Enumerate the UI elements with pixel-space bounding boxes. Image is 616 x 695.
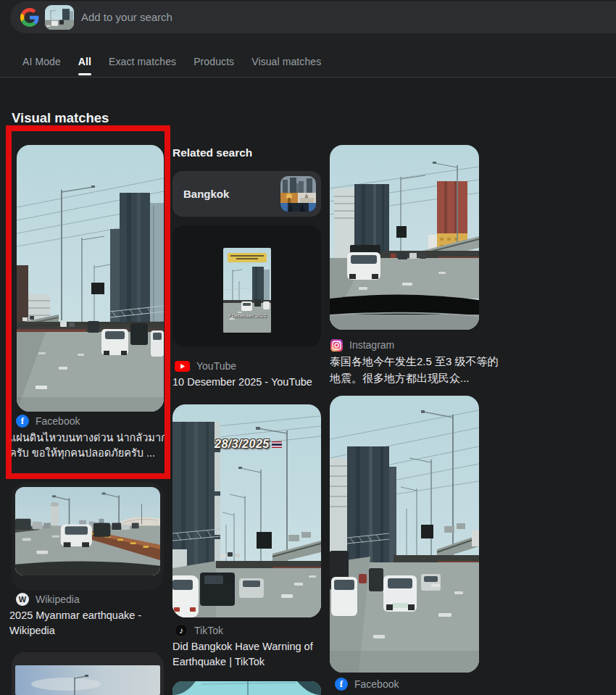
query-image-thumbnail[interactable]: [45, 5, 74, 30]
source-label: YouTube: [196, 360, 236, 372]
tab-exact-matches[interactable]: Exact matches: [109, 54, 176, 70]
google-lens-results-page: Add to your search AI Mode All Exact mat…: [0, 0, 616, 695]
tab-bar: AI Mode All Exact matches Products Visua…: [22, 54, 321, 70]
tiktok-overlay-date: 28/3/2025: [215, 438, 282, 451]
section-heading: Visual matches: [12, 110, 109, 126]
search-bar[interactable]: Add to your search: [10, 1, 616, 33]
result-title-wikipedia[interactable]: 2025 Myanmar earthquake - Wikipedia: [9, 608, 163, 638]
result-image-instagram[interactable]: [330, 145, 479, 330]
source-label: Instagram: [349, 339, 394, 351]
result-image-youtube[interactable]: 8 December, 2025: [223, 248, 271, 333]
bangkok-collage-thumbnail: [280, 176, 316, 212]
facebook-icon: f: [335, 678, 348, 691]
result-image-wikipedia[interactable]: [15, 487, 160, 575]
result-source-tiktok[interactable]: ♪ TikTok: [175, 623, 223, 638]
result-image-tiktok[interactable]: 28/3/2025: [172, 404, 321, 617]
chip-label: Bangkok: [183, 171, 229, 217]
result-title-facebook-main[interactable]: แผ่นดินไหวบนทางด่วน น่ากลัวมาก ครับ ขอให…: [9, 430, 168, 461]
tabs-divider: [0, 77, 616, 78]
related-search-heading: Related search: [172, 146, 252, 159]
youtube-thumbnail-caption: 8 December, 2025: [223, 313, 271, 318]
source-label: Facebook: [354, 678, 399, 690]
tab-ai-mode[interactable]: AI Mode: [22, 54, 61, 70]
tab-visual-matches[interactable]: Visual matches: [251, 54, 321, 70]
wikipedia-icon: W: [16, 593, 29, 606]
result-image-partial-left[interactable]: [15, 665, 160, 695]
result-title-tiktok[interactable]: Did Bangkok Have Warning of Earthquake |…: [172, 639, 319, 670]
result-image-facebook-secondary[interactable]: [330, 396, 479, 673]
instagram-icon: [330, 339, 343, 351]
facebook-icon: f: [16, 415, 29, 428]
result-title-youtube[interactable]: 10 Desember 2025 - YouTube: [172, 375, 321, 390]
result-source-facebook-secondary[interactable]: f Facebook: [335, 677, 399, 691]
source-label: TikTok: [194, 625, 223, 636]
thai-flag-icon: [272, 441, 282, 448]
result-title-instagram[interactable]: 泰国各地今午发生2.5 至3 级不等的地震。很多地方都出现民众...: [330, 354, 505, 386]
result-image-facebook-main[interactable]: [17, 145, 164, 412]
result-source-youtube[interactable]: YouTube: [175, 359, 236, 373]
youtube-icon: [175, 361, 190, 372]
result-source-instagram[interactable]: Instagram: [330, 338, 394, 352]
tab-all[interactable]: All: [78, 54, 91, 70]
google-logo-icon: [20, 8, 39, 27]
result-source-wikipedia[interactable]: W Wikipedia: [16, 592, 80, 607]
tab-products[interactable]: Products: [193, 54, 234, 70]
search-input[interactable]: Add to your search: [81, 1, 172, 33]
source-label: Facebook: [36, 415, 80, 427]
related-search-chip-bangkok[interactable]: Bangkok: [172, 171, 321, 217]
result-source-facebook-main[interactable]: f Facebook: [16, 414, 80, 428]
result-image-partial-middle[interactable]: [172, 681, 321, 695]
tiktok-icon: ♪: [175, 624, 188, 637]
source-label: Wikipedia: [36, 594, 80, 605]
